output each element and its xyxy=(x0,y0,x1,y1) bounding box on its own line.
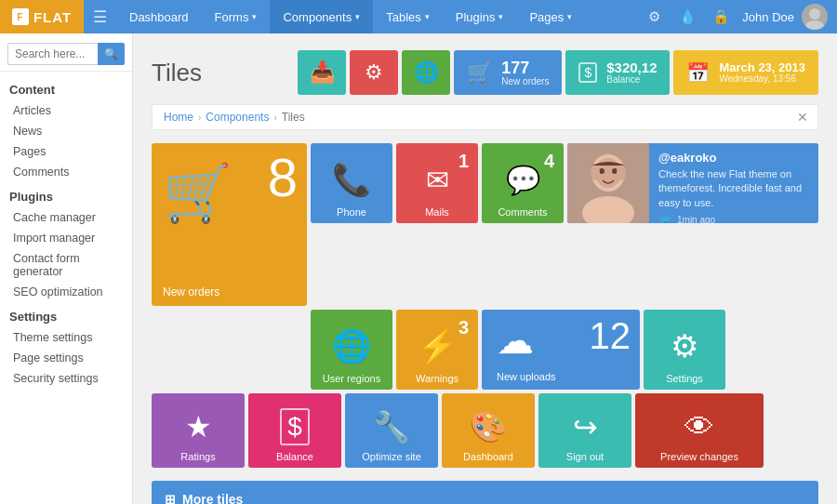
tile-balance[interactable]: $ Balance xyxy=(248,393,341,468)
tile-balance-label: Balance xyxy=(248,451,341,462)
header-tile-balance[interactable]: $ $320,12 Balance xyxy=(565,50,670,95)
sidebar-item-contact-form[interactable]: Contact form generator xyxy=(0,248,132,282)
more-tiles-title: More tiles xyxy=(182,492,243,504)
globe2-icon: 🌐 xyxy=(332,327,371,365)
header-tiles: 📥 ⚙ 🌐 🛒 177 New orders xyxy=(298,50,818,95)
eye-icon: 👁 xyxy=(684,410,714,444)
balance-icon: $ xyxy=(280,408,310,445)
tiles-row2: 🌐 User regions ⚡ 3 Warnings ☁ 12 New upl… xyxy=(152,310,818,390)
tile-twitter[interactable]: @eakroko Check the new Flat theme on the… xyxy=(567,143,818,223)
nav-dashboard[interactable]: Dashboard xyxy=(116,0,202,33)
hamburger-icon[interactable]: ☰ xyxy=(84,7,116,27)
tiles-row3: ★ Ratings $ Balance 🔧 Optimize site 🎨 Da… xyxy=(152,393,818,468)
tile-new-uploads-label: New uploads xyxy=(497,371,556,382)
tile-phone-label: Phone xyxy=(311,206,392,218)
calendar-icon: 📅 xyxy=(686,61,710,84)
tile-dashboard-label: Dashboard xyxy=(442,451,535,462)
app-logo[interactable]: F FLAT xyxy=(0,0,84,33)
tile-signout-label: Sign out xyxy=(538,451,631,462)
sidebar-item-cache-manager[interactable]: Cache manager xyxy=(0,207,132,228)
header-tile-gear[interactable]: ⚙ xyxy=(350,50,398,95)
warnings-number: 3 xyxy=(458,317,469,338)
sidebar: 🔍 Content Articles News Pages Comments P… xyxy=(0,33,133,504)
tile-new-orders[interactable]: 🛒 8 New orders xyxy=(152,143,307,306)
sidebar-item-seo[interactable]: SEO optimization xyxy=(0,282,132,302)
tile-ratings-label: Ratings xyxy=(152,451,245,462)
svg-point-1 xyxy=(805,20,824,30)
sidebar-item-comments[interactable]: Comments xyxy=(0,162,132,182)
header-tile-globe[interactable]: 🌐 xyxy=(402,50,450,95)
logo-text: FLAT xyxy=(33,9,72,25)
breadcrumb-current: Tiles xyxy=(282,111,305,124)
tile-phone[interactable]: 📞 Phone xyxy=(311,143,392,223)
chevron-down-icon: ▾ xyxy=(567,12,572,21)
tile-optimize[interactable]: 🔧 Optimize site xyxy=(345,393,438,468)
chevron-down-icon: ▾ xyxy=(355,12,360,21)
breadcrumb-home[interactable]: Home xyxy=(164,111,193,124)
tile-optimize-label: Optimize site xyxy=(345,451,438,462)
tile-dashboard[interactable]: 🎨 Dashboard xyxy=(442,393,535,468)
breadcrumb-sep2: › xyxy=(273,113,276,123)
tile-mails[interactable]: ✉ 1 Mails xyxy=(396,143,478,223)
droplet-icon[interactable]: 💧 xyxy=(675,5,699,29)
cart-icon: 🛒 xyxy=(467,60,492,85)
tile-new-uploads[interactable]: ☁ 12 New uploads xyxy=(482,310,640,390)
main-content: Tiles 📥 ⚙ 🌐 🛒 177 xyxy=(133,33,837,504)
breadcrumb: Home › Components › Tiles ✕ xyxy=(152,104,818,130)
nav-tables[interactable]: Tables▾ xyxy=(373,0,443,33)
tile-warnings-label: Warnings xyxy=(396,373,478,384)
chevron-down-icon: ▾ xyxy=(252,12,257,21)
header-tile-date[interactable]: 📅 March 23, 2013 Wednesday, 13:56 xyxy=(673,50,818,95)
search-button[interactable]: 🔍 xyxy=(98,43,125,65)
tile-comments[interactable]: 💬 4 Comments xyxy=(482,143,564,223)
nav-plugins[interactable]: Plugins▾ xyxy=(443,0,517,33)
settings-icon[interactable]: ⚙ xyxy=(642,5,666,29)
svg-point-9 xyxy=(617,166,626,180)
sidebar-item-security-settings[interactable]: Security settings xyxy=(0,368,132,389)
orders-number: 177 xyxy=(501,60,529,76)
mail-icon: ✉ xyxy=(426,164,449,196)
sidebar-item-pages[interactable]: Pages xyxy=(0,141,132,162)
balance-label: Balance xyxy=(606,74,640,85)
date-text: March 23, 2013 xyxy=(719,61,805,73)
tile-new-orders-label: New orders xyxy=(163,285,219,298)
tile-user-regions[interactable]: 🌐 User regions xyxy=(311,310,392,390)
tile-signout[interactable]: ↪ Sign out xyxy=(538,393,631,468)
breadcrumb-components[interactable]: Components xyxy=(206,111,269,124)
breadcrumb-sep1: › xyxy=(198,113,201,123)
logo-icon: F xyxy=(12,8,29,25)
tile-settings[interactable]: ⚙ Settings xyxy=(644,310,725,390)
header-tile-inbox[interactable]: 📥 xyxy=(298,50,346,95)
lock-icon[interactable]: 🔒 xyxy=(709,5,733,29)
upload-icon: ☁ xyxy=(497,319,534,362)
topnav: F FLAT ☰ Dashboard Forms▾ Components▾ Ta… xyxy=(0,0,837,33)
sidebar-item-import-manager[interactable]: Import manager xyxy=(0,228,132,248)
settings-icon2: ⚙ xyxy=(671,327,698,365)
sidebar-item-articles[interactable]: Articles xyxy=(0,100,132,121)
main-nav: Dashboard Forms▾ Components▾ Tables▾ Plu… xyxy=(116,0,585,33)
tile-preview[interactable]: 👁 Preview changes xyxy=(635,393,764,468)
tile-warnings[interactable]: ⚡ 3 Warnings xyxy=(396,310,478,390)
close-icon[interactable]: ✕ xyxy=(797,110,808,125)
tile-preview-label: Preview changes xyxy=(635,451,764,462)
tiles-row1: 🛒 8 New orders 📞 Phone ✉ 1 Mails 💬 4 Com… xyxy=(152,143,818,306)
header-tile-orders[interactable]: 🛒 177 New orders xyxy=(454,50,562,95)
sidebar-item-page-settings[interactable]: Page settings xyxy=(0,348,132,368)
user-menu[interactable]: John Doe xyxy=(742,4,828,30)
sidebar-item-theme-settings[interactable]: Theme settings xyxy=(0,327,132,348)
search-input[interactable] xyxy=(7,43,98,65)
tweet-time: 1min ago xyxy=(677,215,715,223)
sidebar-item-news[interactable]: News xyxy=(0,121,132,141)
layout: 🔍 Content Articles News Pages Comments P… xyxy=(0,33,837,504)
orders-big-number: 8 xyxy=(268,151,298,205)
tile-settings-label: Settings xyxy=(644,373,725,384)
date-sub: Wednesday, 13:56 xyxy=(719,73,795,84)
tile-ratings[interactable]: ★ Ratings xyxy=(152,393,245,468)
chevron-down-icon: ▾ xyxy=(425,12,430,21)
nav-components[interactable]: Components▾ xyxy=(270,0,373,33)
settings-section-title: Settings xyxy=(0,302,132,327)
nav-forms[interactable]: Forms▾ xyxy=(202,0,271,33)
search-row: 🔍 xyxy=(0,37,132,72)
bolt-icon: ⚡ xyxy=(418,327,457,365)
nav-pages[interactable]: Pages▾ xyxy=(516,0,585,33)
